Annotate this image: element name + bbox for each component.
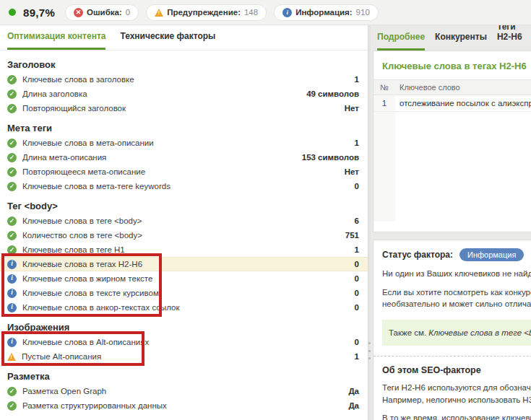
factor-value: Да (348, 401, 359, 410)
status-label: Статус фактора: (382, 250, 453, 260)
factor-row[interactable]: Пустые Alt-описания1 (7, 349, 359, 364)
factor-row[interactable]: ✓Ключевые слова в заголовке1 (7, 72, 359, 87)
tab-technical-factors[interactable]: Технические факторы (120, 31, 215, 50)
factor-row[interactable]: iКлючевые слова в тексте курсивом0 (7, 286, 359, 300)
factor-label: Ключевые слова в тексте курсивом (22, 289, 349, 297)
factor-value: 1 (355, 139, 359, 147)
factor-label: Ключевые слова в анкор-текстах ссылок (22, 303, 349, 312)
factor-row[interactable]: ✓Разметка структурированных данныхДа (7, 398, 359, 413)
score-status-dot (9, 9, 16, 16)
info-icon: i (7, 303, 17, 312)
panel-gap (371, 232, 531, 240)
factor-row[interactable]: ✓Ключевые слова в теге H11 (7, 242, 359, 257)
empty-table-rows (374, 112, 531, 222)
check-icon: ✓ (7, 167, 17, 177)
status-section: Статус фактора: Информация ↻ Ни один из … (374, 240, 531, 354)
info-icon: i (7, 289, 17, 298)
factor-value: 1 (355, 352, 359, 361)
factor-label: Разметка структурированных данных (22, 401, 342, 410)
warnings-label: Предупреждение: (167, 8, 241, 17)
factor-value: 0 (355, 303, 359, 312)
factor-row[interactable]: ✓Количество слов в теге <body>751 (7, 228, 359, 242)
table-header-row: № Ключевое слово (374, 80, 531, 95)
factor-row[interactable]: ✓Повторяющийся заголовокНет (7, 101, 359, 115)
check-icon: ✓ (7, 153, 17, 162)
section-heading: Разметка (7, 364, 359, 384)
factor-value: 0 (355, 182, 359, 191)
warning-icon (7, 353, 16, 361)
factor-status-card: Статус фактора: Информация ↻ Ни один из … (373, 240, 531, 420)
factor-label: Ключевые слова в заголовке (22, 75, 349, 84)
check-icon: ✓ (7, 231, 17, 240)
info-icon: i (7, 274, 17, 284)
check-icon: ✓ (7, 216, 17, 226)
section-heading: Заголовок (7, 52, 359, 72)
about-paragraph-2: В то же время, использование ключевых сл… (382, 412, 531, 420)
information-count: 910 (356, 8, 370, 17)
factor-label: Разметка Open Graph (22, 387, 342, 395)
seo-audit-window: 89,7% ✕ Ошибка: 0 Предупреждение: 148 i … (0, 0, 531, 420)
tab-h2h6-tags[interactable]: Теги H2-H6 (497, 25, 531, 51)
factor-row[interactable]: iКлючевые слова в Alt-описаниях0 (7, 335, 359, 349)
factor-row[interactable]: ✓Ключевые слова в мета-теге keywords0 (7, 179, 359, 193)
factor-value: Нет (345, 104, 359, 113)
error-icon: ✕ (74, 8, 83, 17)
factor-value: 751 (345, 231, 359, 240)
factor-value: 0 (355, 260, 359, 268)
status-paragraph-2-line-1: Если вы хотите посмотреть как конкуренты… (382, 286, 531, 299)
factor-value: 49 символов (306, 89, 359, 98)
factor-label: Ключевые слова в тегах H2-H6 (22, 260, 349, 268)
note-factor-link[interactable]: Ключевые слова в теге <body> (428, 328, 531, 337)
warnings-count: 148 (244, 8, 258, 17)
check-icon: ✓ (7, 245, 17, 255)
keyword-text: отслеживание посылок с алиэкспресс (395, 95, 531, 112)
note-prefix: Также см. (389, 328, 428, 337)
check-icon: ✓ (7, 75, 17, 84)
factor-label: Ключевые слова в жирном тексте (22, 274, 349, 283)
keywords-table-card: Ключевые слова в тегах H2-H6 № Ключевое … (373, 51, 531, 232)
factor-row[interactable]: ✓Длина мета-описания153 символов (7, 150, 359, 165)
summary-bar: 89,7% ✕ Ошибка: 0 Предупреждение: 148 i … (0, 0, 531, 25)
information-badge[interactable]: i Информация: 910 (274, 4, 379, 21)
info-icon: i (282, 8, 292, 17)
check-icon: ✓ (7, 401, 17, 411)
factor-row[interactable]: ✓Длина заголовка49 символов (7, 87, 359, 101)
section-heading: Тег <body> (7, 193, 359, 214)
factor-label: Повторяющийся заголовок (22, 104, 339, 113)
factor-row[interactable]: iКлючевые слова в тегах H2-H60 (0, 257, 368, 271)
errors-label: Ошибка: (87, 8, 122, 17)
check-icon: ✓ (7, 387, 17, 396)
tab-content-optimization[interactable]: Оптимизация контента (7, 31, 105, 50)
warnings-badge[interactable]: Предупреждение: 148 (146, 4, 267, 21)
right-tab-bar: Подробнее Конкуренты Теги H2-H6 (371, 25, 531, 51)
factor-value: 0 (355, 338, 359, 346)
factor-row[interactable]: ✓Ключевые слова в теге <body>6 (7, 214, 359, 228)
status-row: Статус фактора: Информация ↻ (382, 248, 531, 261)
keyword-number: 1 (374, 95, 395, 112)
errors-count: 0 (126, 8, 130, 17)
optimization-score: 89,7% (23, 6, 55, 19)
section-heading: Изображения (7, 315, 359, 335)
check-icon: ✓ (7, 104, 17, 113)
about-paragraph-1-line-1: Теги H2-H6 используются для обозначения … (382, 382, 531, 394)
factor-row[interactable]: ✓Ключевые слова в мета-описании1 (7, 136, 359, 150)
factor-label: Ключевые слова в теге <body> (22, 216, 349, 225)
factor-row[interactable]: ✓Разметка Open GraphДа (7, 384, 359, 398)
factor-label: Ключевые слова в мета-теге keywords (22, 182, 349, 191)
splitter-drag-handle[interactable] (368, 342, 371, 359)
factor-value: 1 (355, 75, 359, 84)
factor-label: Количество слов в теге <body> (22, 231, 340, 240)
errors-badge[interactable]: ✕ Ошибка: 0 (65, 4, 139, 21)
check-icon: ✓ (7, 89, 17, 99)
factor-row[interactable]: iКлючевые слова в жирном тексте0 (7, 271, 359, 286)
tab-competitors[interactable]: Конкуренты (435, 32, 487, 51)
table-row[interactable]: 1 отслеживание посылок с алиэкспресс (374, 95, 531, 112)
factor-row[interactable]: iКлючевые слова в анкор-текстах ссылок0 (7, 300, 359, 315)
factor-value: 6 (355, 216, 359, 225)
factor-row[interactable]: ✓Повторяющееся мета-описаниеНет (7, 165, 359, 179)
about-heading: Об этом SEO-факторе (382, 365, 531, 375)
content-optimization-panel: Оптимизация контента Технические факторы… (0, 25, 368, 420)
warning-icon (155, 9, 163, 17)
tab-details[interactable]: Подробнее (377, 32, 425, 51)
factor-detail-panel: Подробнее Конкуренты Теги H2-H6 Ключевые… (371, 25, 531, 420)
